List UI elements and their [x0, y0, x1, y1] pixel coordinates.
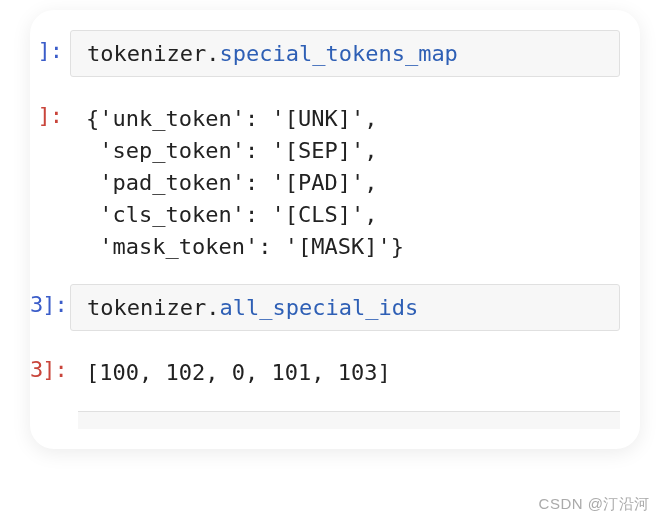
watermark-label: CSDN @汀沿河: [539, 495, 650, 514]
partial-next-cell: [30, 411, 640, 429]
output-cell-2: 3]: [100, 102, 0, 101, 103]: [30, 349, 640, 393]
input-cell-2: 3]: tokenizer.all_special_ids: [30, 284, 640, 331]
notebook-container: ]: tokenizer.special_tokens_map ]: {'unk…: [30, 10, 640, 449]
code-output-1: {'unk_token': '[UNK]', 'sep_token': '[SE…: [70, 95, 640, 266]
code-input-1[interactable]: tokenizer.special_tokens_map: [70, 30, 620, 77]
prompt-num: 3: [30, 292, 42, 317]
input-prompt-2: 3]:: [30, 284, 70, 317]
input-prompt-1: ]:: [30, 30, 70, 63]
code-input-2[interactable]: tokenizer.all_special_ids: [70, 284, 620, 331]
input-cell-1: ]: tokenizer.special_tokens_map: [30, 30, 640, 77]
prompt-num: 3: [30, 357, 42, 382]
code-attribute: all_special_ids: [219, 295, 418, 320]
partial-input[interactable]: [78, 411, 620, 429]
code-attribute: special_tokens_map: [219, 41, 457, 66]
output-prompt-1: ]:: [30, 95, 70, 128]
output-prompt-2: 3]:: [30, 349, 70, 382]
code-object: tokenizer.: [87, 41, 219, 66]
output-cell-1: ]: {'unk_token': '[UNK]', 'sep_token': '…: [30, 95, 640, 266]
code-object: tokenizer.: [87, 295, 219, 320]
code-output-2: [100, 102, 0, 101, 103]: [70, 349, 640, 393]
